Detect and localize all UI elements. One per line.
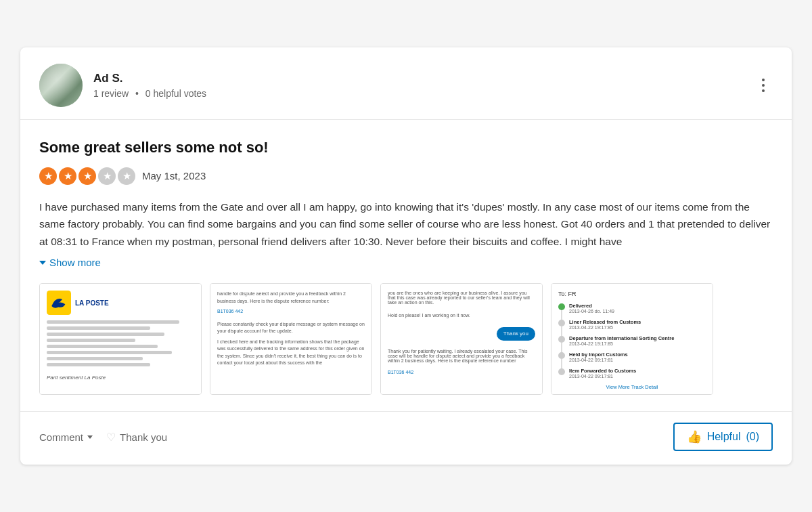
thumbnail-4[interactable]: To: FR Delivered 2013-04-26 do. 11:49 xyxy=(551,283,713,395)
comment-button[interactable]: Comment xyxy=(39,431,93,443)
review-count: 1 review xyxy=(93,88,129,99)
thank-you-button[interactable]: ♡ Thank you xyxy=(106,431,167,444)
view-more-tracking[interactable]: View More Track Detail xyxy=(558,384,706,390)
tracking-dot-customs1 xyxy=(558,320,565,326)
tracking-dot-delivered xyxy=(558,303,565,310)
rating-row: ★ ★ ★ ★ ★ May 1st, 2023 xyxy=(39,167,773,185)
star-rating: ★ ★ ★ ★ ★ xyxy=(39,167,135,185)
tracking-item-1: Delivered 2013-04-26 do. 11:49 xyxy=(558,303,706,314)
tracking-footer-bars xyxy=(558,394,706,395)
dispute-ref: B1T036 442 xyxy=(217,308,365,316)
laposte-name: LA POSTE xyxy=(75,299,109,307)
reviewer-meta: 1 review • 0 helpful votes xyxy=(93,88,206,99)
tracking-item-3: Departure from International Sorting Cen… xyxy=(558,335,706,346)
helpful-votes: 0 helpful votes xyxy=(145,88,206,99)
thumbnail-1[interactable]: LA POSTE Parit sentiment La Poste xyxy=(39,283,202,395)
thank-you-label: Thank you xyxy=(120,431,167,443)
review-body: Some great sellers some not so! ★ ★ ★ ★ … xyxy=(20,120,792,396)
star-2: ★ xyxy=(59,167,76,185)
tracking-item-2: Liner Released from Customs 2013-04-22 1… xyxy=(558,319,706,330)
thank-you-bubble: Thank you xyxy=(497,327,535,340)
helpful-button[interactable]: 👍 Helpful (0) xyxy=(673,423,773,451)
show-more-button[interactable]: Show more xyxy=(39,257,773,268)
show-more-label: Show more xyxy=(49,257,101,268)
more-options-button[interactable] xyxy=(754,76,773,95)
tracking-item-4: Held by Import Customs 2013-04-22 09:17:… xyxy=(558,351,706,362)
tracking-dot-sorting xyxy=(558,336,565,343)
dispute-ref-chat: B1T036 442 xyxy=(388,370,535,375)
footer-actions-left: Comment ♡ Thank you xyxy=(39,431,167,444)
tracking-title: To: FR xyxy=(558,291,706,297)
tracking-item-5: Item Forwarded to Customs 2013-04-22 09:… xyxy=(558,368,706,379)
avatar xyxy=(39,64,83,107)
review-title: Some great sellers some not so! xyxy=(39,139,773,156)
thumbs-up-icon: 👍 xyxy=(687,429,702,444)
comment-label: Comment xyxy=(39,431,83,443)
chevron-down-icon xyxy=(87,435,93,439)
reviewer-details: Ad S. 1 review • 0 helpful votes xyxy=(93,72,206,99)
review-date: May 1st, 2023 xyxy=(142,170,206,182)
star-4: ★ xyxy=(98,167,116,185)
tracking-dot-import xyxy=(558,352,565,359)
laposte-logo: LA POSTE xyxy=(47,291,194,315)
chevron-down-icon xyxy=(39,261,46,265)
reviewer-info: Ad S. 1 review • 0 helpful votes xyxy=(39,64,206,107)
review-text: I have purchased many items from the Gat… xyxy=(39,198,773,251)
thumbnail-2[interactable]: handle for dispute aeiect and provide yo… xyxy=(210,283,372,395)
star-3: ★ xyxy=(78,167,96,185)
review-footer: Comment ♡ Thank you 👍 Helpful (0) xyxy=(20,411,792,465)
star-5: ★ xyxy=(118,167,135,185)
helpful-count: (0) xyxy=(746,431,759,443)
image-thumbnails: LA POSTE Parit sentiment La Poste handle xyxy=(39,283,773,395)
heart-icon: ♡ xyxy=(106,431,116,444)
helpful-label: Helpful xyxy=(707,431,741,443)
reviewer-name: Ad S. xyxy=(93,72,206,85)
reviewer-header: Ad S. 1 review • 0 helpful votes xyxy=(20,47,792,120)
separator: • xyxy=(135,88,139,99)
thumbnail-3[interactable]: you are the ones who are keeping our bus… xyxy=(380,283,543,395)
tracking-dot-forwarded xyxy=(558,368,565,375)
review-card: Ad S. 1 review • 0 helpful votes Some gr… xyxy=(20,47,792,465)
star-1: ★ xyxy=(39,167,57,185)
